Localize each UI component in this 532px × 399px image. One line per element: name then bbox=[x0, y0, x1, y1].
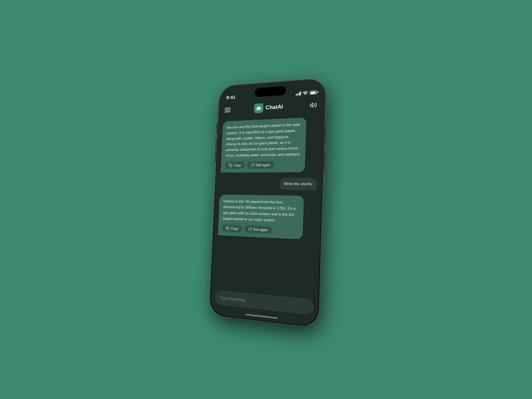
copy-button-2-label: Copy bbox=[231, 226, 238, 231]
signal-icon bbox=[296, 91, 301, 96]
ai-message-1-text: the sun and the third-largest planet in … bbox=[225, 122, 302, 159]
phone-scene: 9:41 bbox=[209, 80, 323, 319]
ai-message-1: the sun and the third-largest planet in … bbox=[221, 117, 307, 173]
ai-message-2: Uranus is the 7th planet from the Sun, d… bbox=[218, 195, 304, 239]
status-time: 9:41 bbox=[226, 94, 235, 100]
ask-again-button-1[interactable]: Ask again bbox=[247, 161, 274, 169]
sound-button[interactable] bbox=[308, 100, 318, 110]
svg-point-0 bbox=[305, 94, 306, 95]
svg-rect-2 bbox=[258, 106, 259, 108]
phone-frame: 9:41 bbox=[209, 78, 326, 328]
home-indicator bbox=[210, 307, 318, 327]
battery-icon bbox=[310, 90, 317, 94]
wifi-icon bbox=[303, 91, 308, 95]
svg-marker-6 bbox=[310, 103, 313, 107]
chat-area: the sun and the third-largest planet in … bbox=[211, 113, 324, 297]
menu-icon[interactable] bbox=[224, 108, 230, 112]
input-placeholder: Type something... bbox=[220, 296, 248, 303]
copy-button-2[interactable]: Copy bbox=[222, 224, 242, 232]
app-name-label: ChatAI bbox=[266, 104, 283, 111]
home-bar bbox=[246, 314, 278, 319]
ask-again-button-2-label: Ask again bbox=[253, 227, 268, 232]
phone-wrapper: 9:41 bbox=[209, 78, 326, 328]
phone-inner: 9:41 bbox=[210, 79, 325, 327]
svg-rect-7 bbox=[230, 165, 232, 167]
ai-message-2-actions: Copy Ask again bbox=[222, 224, 298, 235]
status-icons bbox=[296, 90, 317, 95]
user-message-1: Write this shortly bbox=[279, 178, 317, 191]
copy-button-1[interactable]: Copy bbox=[225, 162, 245, 169]
user-message-1-text: Write this shortly bbox=[284, 181, 312, 187]
app-title: ChatAI bbox=[254, 102, 283, 113]
copy-button-1-label: Copy bbox=[233, 163, 241, 167]
bot-avatar bbox=[254, 103, 263, 113]
ask-again-button-2[interactable]: Ask again bbox=[244, 225, 272, 234]
ai-message-2-text: Uranus is the 7th planet from the Sun, d… bbox=[222, 199, 299, 224]
ask-again-button-1-label: Ask again bbox=[256, 163, 271, 167]
svg-rect-8 bbox=[227, 228, 229, 230]
ai-message-1-actions: Copy Ask again bbox=[225, 161, 300, 169]
